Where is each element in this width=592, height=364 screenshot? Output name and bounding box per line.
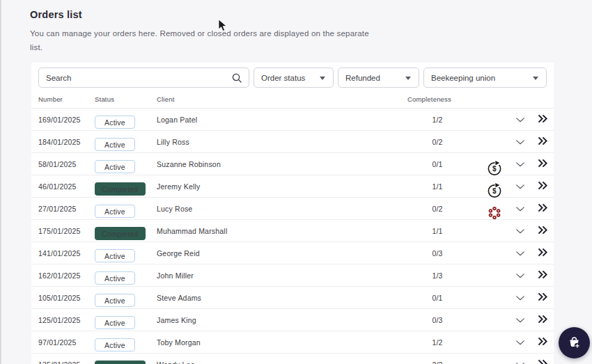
order-number: 27/01/2025 [38, 205, 77, 213]
chevron-down-icon [515, 206, 525, 212]
status-badge: Active [95, 316, 135, 329]
row-icon-slot [486, 138, 503, 155]
client-name: Wendy Lee [157, 361, 195, 364]
orders-card: Order status Refunded Beekeeping union N… [31, 63, 554, 364]
client-name: Lilly Ross [157, 138, 189, 146]
table-row: 46/01/2025 Completed Jeremy Kelly 1/1 $ [31, 175, 554, 198]
expand-row-button[interactable] [515, 338, 526, 347]
chevron-down-icon [515, 273, 525, 279]
table-row: 105/01/2025 Active Steve Adams 0/1 [31, 287, 554, 309]
order-number: 58/01/2025 [38, 160, 77, 168]
open-order-button[interactable] [536, 114, 549, 125]
caret-down-icon [320, 77, 325, 80]
client-name: George Reid [157, 249, 200, 258]
expand-row-button[interactable] [515, 248, 526, 258]
table-row: 141/01/2025 Active George Reid 0/3 [31, 242, 554, 264]
add-order-fab[interactable] [559, 327, 590, 358]
completeness-value: 1/2 [416, 116, 458, 124]
client-name: Jeremy Kelly [157, 182, 201, 191]
open-order-button[interactable] [536, 225, 549, 237]
open-order-button[interactable] [536, 292, 549, 303]
expand-row-button[interactable] [515, 182, 526, 191]
red-cluster-icon [486, 205, 503, 221]
expand-row-button[interactable] [515, 293, 526, 303]
chevron-down-icon [515, 117, 525, 123]
row-icon-slot [486, 227, 503, 244]
order-number: 135/01/2025 [38, 361, 81, 364]
completeness-value: 1/2 [416, 338, 458, 347]
page-title: Orders list [30, 9, 82, 20]
open-order-button[interactable] [536, 203, 549, 214]
expand-row-button[interactable] [515, 159, 526, 169]
completeness-value: 0/3 [416, 249, 458, 258]
double-chevron-right-icon [537, 359, 548, 364]
open-order-button[interactable] [536, 359, 549, 364]
table-row: 184/01/2025 Active Lilly Ross 0/2 [31, 131, 554, 153]
money-return-icon: $ [486, 182, 503, 199]
chevron-down-icon [515, 340, 525, 346]
beekeeping-union-dropdown[interactable]: Beekeeping union [423, 68, 547, 88]
completeness-value: 1/1 [416, 227, 458, 235]
screen-left-edge [0, 0, 1, 364]
orders-table-body: 169/01/2025 Active Logan Patel 1/2 184/0… [31, 109, 554, 364]
completeness-value: 0/1 [416, 160, 458, 168]
open-order-button[interactable] [536, 315, 549, 326]
client-name: James King [157, 316, 196, 324]
table-row: 58/01/2025 Active Suzanne Robinson 0/1 $ [31, 153, 554, 175]
double-chevron-right-icon [537, 114, 548, 123]
completeness-value: 0/1 [416, 294, 458, 302]
expand-row-button[interactable] [515, 360, 526, 364]
order-number: 169/01/2025 [38, 116, 81, 124]
refunded-dropdown-label: Refunded [345, 74, 380, 82]
search-box [38, 68, 249, 88]
open-order-button[interactable] [536, 159, 549, 170]
refunded-dropdown[interactable]: Refunded [338, 68, 419, 88]
order-status-dropdown-label: Order status [261, 74, 305, 82]
table-header: Number Status Client Completeness [31, 94, 554, 109]
client-name: Steve Adams [157, 294, 201, 302]
double-chevron-right-icon [537, 248, 548, 257]
status-badge: Completed [95, 361, 146, 364]
client-name: Logan Patel [157, 116, 197, 124]
status-badge: Active [95, 249, 135, 262]
open-order-button[interactable] [536, 181, 549, 192]
table-row: 125/01/2025 Active James King 0/3 [31, 309, 554, 331]
table-row: 162/01/2025 Active John Miller 1/3 [31, 264, 554, 287]
chevron-down-icon [515, 295, 525, 301]
row-icon-slot [486, 271, 503, 288]
expand-row-button[interactable] [515, 137, 526, 147]
search-input[interactable] [39, 68, 249, 87]
chevron-down-icon [515, 228, 525, 235]
completeness-value: 1/3 [416, 271, 458, 280]
order-status-dropdown[interactable]: Order status [254, 68, 334, 88]
open-order-button[interactable] [536, 270, 549, 281]
order-number: 105/01/2025 [38, 294, 81, 302]
table-row: 169/01/2025 Active Logan Patel 1/2 [31, 109, 554, 131]
row-icon-slot [486, 338, 503, 355]
order-number: 125/01/2025 [38, 316, 81, 324]
filter-bar: Order status Refunded Beekeeping union [38, 68, 547, 88]
open-order-button[interactable] [536, 248, 549, 259]
order-number: 46/01/2025 [38, 182, 77, 191]
open-order-button[interactable] [536, 136, 549, 148]
open-order-button[interactable] [536, 337, 549, 348]
row-icon-slot [486, 116, 503, 132]
header-number: Number [38, 95, 63, 103]
expand-row-button[interactable] [515, 204, 526, 214]
expand-row-button[interactable] [515, 271, 526, 280]
completeness-value: 1/1 [416, 182, 458, 191]
row-icon-slot [486, 249, 503, 266]
caret-down-icon [533, 77, 538, 80]
chevron-down-icon [515, 184, 525, 190]
expand-row-button[interactable] [515, 226, 526, 236]
double-chevron-right-icon [537, 181, 548, 190]
status-badge: Completed [95, 182, 146, 196]
chevron-down-icon [515, 139, 525, 145]
expand-row-button[interactable] [515, 315, 526, 325]
expand-row-button[interactable] [515, 115, 526, 125]
status-badge: Active [95, 294, 135, 307]
caret-down-icon [405, 77, 411, 80]
double-chevron-right-icon [537, 315, 548, 324]
order-number: 162/01/2025 [38, 271, 81, 280]
completeness-value: 0/2 [416, 138, 458, 146]
